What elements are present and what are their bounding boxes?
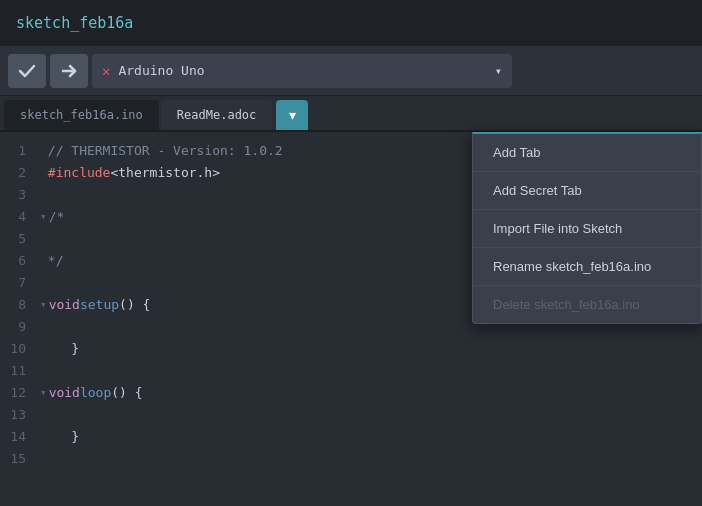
- tab-dropdown-button[interactable]: ▾: [276, 100, 308, 130]
- tab-sketch[interactable]: sketch_feb16a.ino: [4, 100, 159, 130]
- menu-item-rename[interactable]: Rename sketch_feb16a.ino: [473, 248, 701, 286]
- fold-marker-8[interactable]: ▾: [40, 294, 47, 316]
- title-bar: sketch_feb16a: [0, 0, 702, 46]
- tab-dropdown-menu: Add Tab Add Secret Tab Import File into …: [472, 132, 702, 324]
- code-line-13: [40, 404, 702, 426]
- fold-marker-12[interactable]: ▾: [40, 382, 47, 404]
- code-line-15: [40, 448, 702, 470]
- fold-marker-4[interactable]: ▾: [40, 206, 47, 228]
- code-line-11: [40, 360, 702, 382]
- tab-dropdown-icon: ▾: [289, 107, 296, 123]
- verify-button[interactable]: [8, 54, 46, 88]
- line-numbers: 1 2 3 4 5 6 7 8 9 10 11 12 13 14 15: [0, 132, 36, 506]
- board-selector[interactable]: ✕ Arduino Uno ▾: [92, 54, 512, 88]
- board-icon: ✕: [102, 63, 110, 79]
- toolbar: ✕ Arduino Uno ▾: [0, 46, 702, 96]
- upload-button[interactable]: [50, 54, 88, 88]
- menu-item-add-secret-tab[interactable]: Add Secret Tab: [473, 172, 701, 210]
- tabs-area: sketch_feb16a.ino ReadMe.adoc ▾: [0, 96, 702, 132]
- editor-area: 1 2 3 4 5 6 7 8 9 10 11 12 13 14 15 // T…: [0, 132, 702, 506]
- menu-item-delete: Delete sketch_feb16a.ino: [473, 286, 701, 323]
- board-chevron-icon: ▾: [495, 64, 502, 78]
- tab-readme[interactable]: ReadMe.adoc: [161, 100, 272, 130]
- menu-item-import-file[interactable]: Import File into Sketch: [473, 210, 701, 248]
- code-line-14: }: [40, 426, 702, 448]
- code-line-10: }: [40, 338, 702, 360]
- board-name: Arduino Uno: [118, 63, 486, 78]
- sketch-title: sketch_feb16a: [16, 14, 133, 32]
- code-line-12: ▾void loop() {: [40, 382, 702, 404]
- menu-item-add-tab[interactable]: Add Tab: [473, 134, 701, 172]
